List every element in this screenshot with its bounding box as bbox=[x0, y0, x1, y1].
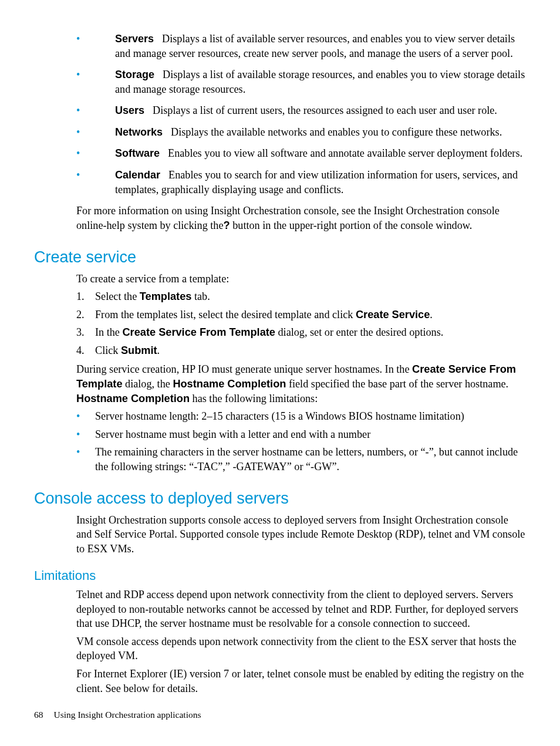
list-item: The remaining characters in the server h… bbox=[76, 445, 526, 474]
step-item: In the Create Service From Template dial… bbox=[76, 325, 526, 340]
feature-desc: Displays a list of current users, the re… bbox=[153, 104, 497, 116]
text: field specified the base part of the ser… bbox=[286, 378, 508, 390]
text: Click bbox=[95, 345, 121, 356]
list-item: ServersDisplays a list of available serv… bbox=[76, 32, 526, 60]
feature-label: Software bbox=[115, 147, 160, 159]
create-service-steps: Select the Templates tab. From the templ… bbox=[76, 289, 526, 357]
feature-label: Servers bbox=[115, 33, 154, 45]
ui-term: Submit bbox=[121, 345, 157, 356]
heading-console-access: Console access to deployed servers bbox=[34, 488, 526, 509]
hostname-limits-list: Server hostname length: 2–15 characters … bbox=[76, 409, 526, 474]
feature-label: Calendar bbox=[115, 169, 160, 181]
hostname-completion-paragraph: During service creation, HP IO must gene… bbox=[76, 362, 526, 406]
ui-term: Create Service From Template bbox=[122, 326, 275, 338]
list-item: Server hostname must begin with a letter… bbox=[76, 427, 526, 442]
text: In the bbox=[95, 326, 122, 338]
text: From the templates list, select the desi… bbox=[95, 309, 356, 320]
text: has the following limitations: bbox=[190, 393, 318, 404]
step-item: From the templates list, select the desi… bbox=[76, 308, 526, 322]
feature-desc: Enables you to view all software and ann… bbox=[168, 147, 522, 159]
limitations-p2: VM console access depends upon network c… bbox=[76, 634, 526, 663]
ui-term: Hostname Completion bbox=[76, 393, 190, 404]
page-footer: 68Using Insight Orchestration applicatio… bbox=[34, 709, 201, 721]
text: . bbox=[157, 345, 160, 356]
step-item: Click Submit. bbox=[76, 343, 526, 358]
feature-desc: Displays the available networks and enab… bbox=[171, 126, 502, 138]
list-item: Server hostname length: 2–15 characters … bbox=[76, 409, 526, 424]
list-item: StorageDisplays a list of available stor… bbox=[76, 67, 526, 96]
heading-limitations: Limitations bbox=[34, 567, 526, 585]
step-item: Select the Templates tab. bbox=[76, 289, 526, 304]
ui-term: Create Service bbox=[356, 309, 430, 320]
feature-label: Networks bbox=[115, 126, 163, 138]
ui-term: Templates bbox=[140, 291, 192, 302]
text: Select the bbox=[95, 291, 140, 302]
heading-create-service: Create service bbox=[34, 247, 526, 268]
feature-label: Storage bbox=[115, 69, 154, 80]
more-info-paragraph: For more information on using Insight Or… bbox=[76, 204, 526, 232]
console-access-intro: Insight Orchestration supports console a… bbox=[76, 513, 526, 556]
text: dialog, the bbox=[123, 378, 173, 390]
ui-term: Hostname Completion bbox=[173, 378, 286, 390]
feature-desc: Enables you to search for and view utili… bbox=[115, 169, 518, 195]
text: . bbox=[430, 309, 433, 320]
limitations-p1: Telnet and RDP access depend upon networ… bbox=[76, 588, 526, 631]
create-service-intro: To create a service from a template: bbox=[76, 272, 526, 286]
list-item: SoftwareEnables you to view all software… bbox=[76, 146, 526, 161]
feature-bullet-list: ServersDisplays a list of available serv… bbox=[34, 32, 526, 197]
list-item: NetworksDisplays the available networks … bbox=[76, 125, 526, 140]
page-number: 68 bbox=[34, 710, 43, 720]
text: tab. bbox=[191, 291, 210, 302]
feature-desc: Displays a list of available server reso… bbox=[115, 33, 515, 59]
text: dialog, set or enter the desired options… bbox=[275, 326, 443, 338]
help-question-mark: ? bbox=[224, 220, 230, 231]
feature-desc: Displays a list of available storage res… bbox=[115, 69, 525, 95]
text: button in the upper-right portion of the… bbox=[230, 220, 473, 231]
list-item: UsersDisplays a list of current users, t… bbox=[76, 103, 526, 118]
text: During service creation, HP IO must gene… bbox=[76, 363, 412, 375]
limitations-p3: For Internet Explorer (IE) version 7 or … bbox=[76, 667, 526, 696]
list-item: CalendarEnables you to search for and vi… bbox=[76, 168, 526, 197]
feature-label: Users bbox=[115, 104, 144, 116]
chapter-title: Using Insight Orchestration applications bbox=[54, 710, 201, 720]
